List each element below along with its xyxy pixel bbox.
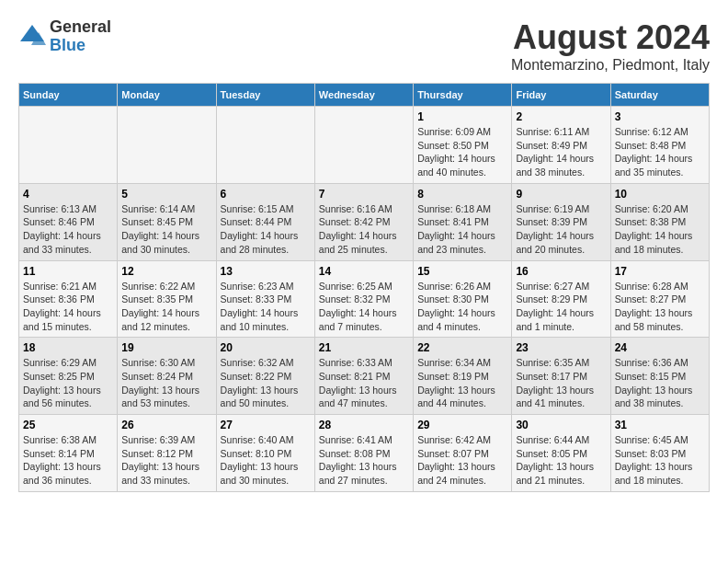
day-info: Sunrise: 6:12 AM Sunset: 8:48 PM Dayligh…	[615, 125, 705, 179]
calendar-cell: 5Sunrise: 6:14 AM Sunset: 8:45 PM Daylig…	[118, 183, 216, 260]
calendar-cell	[216, 107, 314, 184]
calendar-cell: 30Sunrise: 6:44 AM Sunset: 8:05 PM Dayli…	[512, 415, 610, 492]
day-number: 4	[23, 188, 113, 201]
calendar-cell: 21Sunrise: 6:33 AM Sunset: 8:21 PM Dayli…	[314, 338, 413, 415]
day-info: Sunrise: 6:20 AM Sunset: 8:38 PM Dayligh…	[615, 202, 705, 257]
day-info: Sunrise: 6:26 AM Sunset: 8:30 PM Dayligh…	[417, 280, 507, 334]
day-info: Sunrise: 6:29 AM Sunset: 8:25 PM Dayligh…	[23, 356, 113, 410]
day-info: Sunrise: 6:32 AM Sunset: 8:22 PM Dayligh…	[221, 356, 311, 410]
day-info: Sunrise: 6:09 AM Sunset: 8:50 PM Dayligh…	[417, 125, 507, 179]
calendar-cell: 2Sunrise: 6:11 AM Sunset: 8:49 PM Daylig…	[512, 107, 610, 184]
main-title: August 2024	[511, 18, 710, 57]
calendar-cell: 12Sunrise: 6:22 AM Sunset: 8:35 PM Dayli…	[118, 260, 216, 338]
day-number: 24	[615, 341, 705, 354]
calendar-cell	[19, 107, 118, 184]
day-info: Sunrise: 6:38 AM Sunset: 8:14 PM Dayligh…	[23, 433, 113, 488]
calendar-cell: 13Sunrise: 6:23 AM Sunset: 8:33 PM Dayli…	[216, 260, 314, 338]
calendar-cell: 8Sunrise: 6:18 AM Sunset: 8:41 PM Daylig…	[414, 183, 512, 260]
day-number: 13	[221, 265, 311, 278]
day-number: 18	[23, 341, 113, 354]
weekday-header-thursday: Thursday	[414, 84, 512, 107]
day-number: 31	[615, 419, 705, 431]
day-number: 5	[121, 188, 211, 201]
day-info: Sunrise: 6:42 AM Sunset: 8:07 PM Dayligh…	[417, 433, 507, 488]
day-number: 25	[23, 419, 113, 431]
calendar-cell: 29Sunrise: 6:42 AM Sunset: 8:07 PM Dayli…	[414, 415, 512, 492]
day-number: 15	[417, 265, 507, 278]
calendar-cell: 7Sunrise: 6:16 AM Sunset: 8:42 PM Daylig…	[314, 183, 413, 260]
day-number: 22	[417, 341, 507, 354]
day-number: 14	[319, 265, 409, 278]
day-info: Sunrise: 6:28 AM Sunset: 8:27 PM Dayligh…	[615, 280, 705, 334]
day-number: 26	[121, 419, 211, 431]
calendar-week-3: 11Sunrise: 6:21 AM Sunset: 8:36 PM Dayli…	[19, 260, 710, 338]
calendar-header: SundayMondayTuesdayWednesdayThursdayFrid…	[19, 84, 710, 107]
calendar-cell: 14Sunrise: 6:25 AM Sunset: 8:32 PM Dayli…	[314, 260, 413, 338]
day-number: 10	[615, 188, 705, 201]
weekday-header-friday: Friday	[512, 84, 610, 107]
day-info: Sunrise: 6:34 AM Sunset: 8:19 PM Dayligh…	[417, 356, 507, 410]
calendar-cell: 3Sunrise: 6:12 AM Sunset: 8:48 PM Daylig…	[610, 107, 709, 184]
calendar-cell: 19Sunrise: 6:30 AM Sunset: 8:24 PM Dayli…	[118, 338, 216, 415]
day-info: Sunrise: 6:40 AM Sunset: 8:10 PM Dayligh…	[221, 433, 311, 488]
day-info: Sunrise: 6:44 AM Sunset: 8:05 PM Dayligh…	[516, 433, 606, 488]
logo-icon	[18, 23, 46, 51]
calendar-week-1: 1Sunrise: 6:09 AM Sunset: 8:50 PM Daylig…	[19, 107, 710, 184]
calendar-cell: 1Sunrise: 6:09 AM Sunset: 8:50 PM Daylig…	[414, 107, 512, 184]
day-number: 9	[516, 188, 606, 201]
day-number: 19	[121, 341, 211, 354]
day-number: 6	[221, 188, 311, 201]
day-info: Sunrise: 6:35 AM Sunset: 8:17 PM Dayligh…	[516, 356, 606, 410]
day-info: Sunrise: 6:13 AM Sunset: 8:46 PM Dayligh…	[23, 202, 113, 257]
weekday-header-sunday: Sunday	[19, 84, 118, 107]
weekday-header-tuesday: Tuesday	[216, 84, 314, 107]
calendar-cell	[314, 107, 413, 184]
day-info: Sunrise: 6:21 AM Sunset: 8:36 PM Dayligh…	[23, 280, 113, 334]
day-number: 17	[615, 265, 705, 278]
day-info: Sunrise: 6:19 AM Sunset: 8:39 PM Dayligh…	[516, 202, 606, 257]
calendar-cell: 20Sunrise: 6:32 AM Sunset: 8:22 PM Dayli…	[216, 338, 314, 415]
calendar-cell: 27Sunrise: 6:40 AM Sunset: 8:10 PM Dayli…	[216, 415, 314, 492]
weekday-header-saturday: Saturday	[610, 84, 709, 107]
day-number: 11	[23, 265, 113, 278]
calendar-cell: 15Sunrise: 6:26 AM Sunset: 8:30 PM Dayli…	[414, 260, 512, 338]
calendar-cell: 4Sunrise: 6:13 AM Sunset: 8:46 PM Daylig…	[19, 183, 118, 260]
day-info: Sunrise: 6:41 AM Sunset: 8:08 PM Dayligh…	[319, 433, 409, 488]
subtitle: Montemarzino, Piedmont, Italy	[511, 57, 710, 74]
calendar-cell: 31Sunrise: 6:45 AM Sunset: 8:03 PM Dayli…	[610, 415, 709, 492]
weekday-header-monday: Monday	[118, 84, 216, 107]
day-info: Sunrise: 6:27 AM Sunset: 8:29 PM Dayligh…	[516, 280, 606, 334]
day-info: Sunrise: 6:39 AM Sunset: 8:12 PM Dayligh…	[121, 433, 211, 488]
day-info: Sunrise: 6:23 AM Sunset: 8:33 PM Dayligh…	[221, 280, 311, 334]
calendar-table: SundayMondayTuesdayWednesdayThursdayFrid…	[18, 83, 710, 492]
calendar-cell: 9Sunrise: 6:19 AM Sunset: 8:39 PM Daylig…	[512, 183, 610, 260]
calendar-cell	[118, 107, 216, 184]
calendar-cell: 23Sunrise: 6:35 AM Sunset: 8:17 PM Dayli…	[512, 338, 610, 415]
logo-general-text: General	[50, 18, 111, 37]
weekday-header-row: SundayMondayTuesdayWednesdayThursdayFrid…	[19, 84, 710, 107]
calendar-cell: 6Sunrise: 6:15 AM Sunset: 8:44 PM Daylig…	[216, 183, 314, 260]
calendar-week-4: 18Sunrise: 6:29 AM Sunset: 8:25 PM Dayli…	[19, 338, 710, 415]
day-number: 8	[417, 188, 507, 201]
calendar-cell: 11Sunrise: 6:21 AM Sunset: 8:36 PM Dayli…	[19, 260, 118, 338]
calendar-week-2: 4Sunrise: 6:13 AM Sunset: 8:46 PM Daylig…	[19, 183, 710, 260]
calendar-cell: 25Sunrise: 6:38 AM Sunset: 8:14 PM Dayli…	[19, 415, 118, 492]
day-number: 12	[121, 265, 211, 278]
day-info: Sunrise: 6:14 AM Sunset: 8:45 PM Dayligh…	[121, 202, 211, 257]
weekday-header-wednesday: Wednesday	[314, 84, 413, 107]
day-info: Sunrise: 6:15 AM Sunset: 8:44 PM Dayligh…	[221, 202, 311, 257]
day-info: Sunrise: 6:11 AM Sunset: 8:49 PM Dayligh…	[516, 125, 606, 179]
logo: General Blue	[18, 18, 111, 55]
day-number: 29	[417, 419, 507, 431]
day-number: 3	[615, 110, 705, 123]
calendar-cell: 28Sunrise: 6:41 AM Sunset: 8:08 PM Dayli…	[314, 415, 413, 492]
day-number: 27	[221, 419, 311, 431]
day-number: 30	[516, 419, 606, 431]
page-header: General Blue August 2024 Montemarzino, P…	[18, 18, 710, 74]
day-info: Sunrise: 6:25 AM Sunset: 8:32 PM Dayligh…	[319, 280, 409, 334]
day-info: Sunrise: 6:18 AM Sunset: 8:41 PM Dayligh…	[417, 202, 507, 257]
day-number: 21	[319, 341, 409, 354]
day-info: Sunrise: 6:30 AM Sunset: 8:24 PM Dayligh…	[121, 356, 211, 410]
calendar-cell: 24Sunrise: 6:36 AM Sunset: 8:15 PM Dayli…	[610, 338, 709, 415]
calendar-cell: 26Sunrise: 6:39 AM Sunset: 8:12 PM Dayli…	[118, 415, 216, 492]
